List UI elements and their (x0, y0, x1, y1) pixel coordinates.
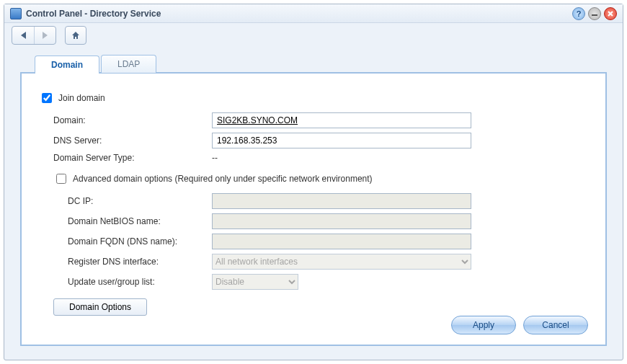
window-title: Control Panel - Directory Service (26, 9, 572, 19)
dc-ip-row: DC IP: (39, 193, 588, 209)
dns-server-label: DNS Server: (53, 136, 212, 146)
domain-input[interactable] (212, 112, 471, 128)
dialog-footer: Apply Cancel (39, 316, 588, 334)
forward-button[interactable] (34, 27, 55, 44)
apply-button[interactable]: Apply (451, 316, 516, 334)
netbios-row: Domain NetBIOS name: (39, 213, 588, 229)
minimize-icon (591, 10, 598, 17)
advanced-checkbox[interactable] (56, 174, 66, 184)
netbios-input[interactable] (212, 213, 471, 229)
server-type-value: -- (212, 153, 218, 163)
help-button[interactable]: ? (572, 7, 585, 20)
back-button[interactable] (12, 27, 34, 44)
server-type-label: Domain Server Type: (53, 153, 212, 163)
fqdn-input[interactable] (212, 234, 471, 249)
window-controls: ? (572, 7, 617, 20)
join-domain-row: Join domain (39, 91, 588, 105)
close-button[interactable] (604, 7, 617, 20)
domain-label: Domain: (53, 115, 212, 125)
update-list-select[interactable]: Disable (212, 274, 298, 290)
panel-domain: Join domain Domain: DNS Server: Domain S… (20, 72, 607, 346)
tab-bar: Domain LDAP (20, 55, 607, 73)
join-domain-checkbox[interactable] (42, 93, 52, 103)
arrow-left-icon (21, 32, 26, 39)
advanced-label: Advanced domain options (Required only u… (73, 174, 373, 184)
titlebar: Control Panel - Directory Service ? (4, 4, 623, 23)
update-list-row: Update user/group list: Disable (39, 274, 588, 290)
domain-row: Domain: (39, 112, 588, 128)
cancel-button[interactable]: Cancel (523, 316, 588, 334)
netbios-label: Domain NetBIOS name: (68, 216, 212, 226)
fqdn-row: Domain FQDN (DNS name): (39, 234, 588, 249)
content-area: Domain LDAP Join domain Domain: DNS Serv… (4, 48, 623, 360)
dc-ip-label: DC IP: (68, 196, 212, 206)
fqdn-label: Domain FQDN (DNS name): (68, 236, 212, 247)
advanced-row: Advanced domain options (Required only u… (39, 172, 588, 186)
domain-options-button[interactable]: Domain Options (53, 298, 147, 316)
arrow-right-icon (43, 32, 48, 39)
close-icon (607, 10, 614, 17)
window: Control Panel - Directory Service ? (4, 4, 623, 360)
nav-group (12, 26, 56, 45)
toolbar (4, 23, 623, 48)
minimize-button[interactable] (588, 7, 601, 20)
update-list-label: Update user/group list: (68, 277, 212, 287)
app-icon (10, 8, 22, 19)
register-dns-label: Register DNS interface: (68, 257, 212, 267)
tab-ldap[interactable]: LDAP (101, 55, 156, 73)
join-domain-label: Join domain (58, 93, 105, 103)
svg-rect-0 (592, 14, 597, 16)
register-dns-row: Register DNS interface: All network inte… (39, 254, 588, 270)
tab-domain[interactable]: Domain (35, 56, 99, 74)
register-dns-select[interactable]: All network interfaces (212, 254, 471, 270)
home-icon (71, 30, 81, 40)
server-type-row: Domain Server Type: -- (39, 153, 588, 163)
dns-server-input[interactable] (212, 133, 471, 148)
dc-ip-input[interactable] (212, 193, 471, 209)
home-button[interactable] (65, 26, 86, 45)
dns-server-row: DNS Server: (39, 133, 588, 148)
